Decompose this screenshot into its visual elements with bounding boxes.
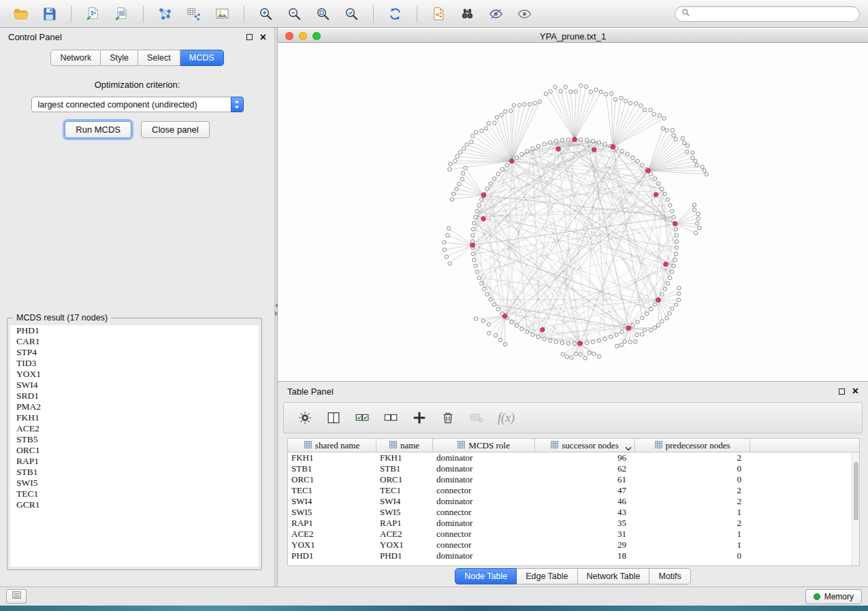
mcds-result-item[interactable]: TEC1 <box>10 489 259 499</box>
column-header-successor_nodes[interactable]: successor nodes <box>535 439 635 452</box>
mcds-result-item[interactable]: FKH1 <box>10 412 259 423</box>
mcds-result-item[interactable]: YOX1 <box>10 369 259 380</box>
close-panel-button[interactable]: Close panel <box>141 121 210 138</box>
table-row[interactable]: TEC1TEC1connector472 <box>288 485 859 496</box>
close-table-panel-icon[interactable]: × <box>852 386 858 397</box>
open-folder-button[interactable] <box>8 3 33 24</box>
refresh-button[interactable] <box>383 3 408 24</box>
network-from-table-icon <box>186 6 202 22</box>
zoom-in-button[interactable] <box>253 3 278 24</box>
mcds-result-item[interactable]: SWI4 <box>10 380 259 391</box>
table-row[interactable]: ORC1ORC1dominator610 <box>288 474 859 485</box>
mcds-result-title: MCDS result (17 nodes) <box>13 313 111 323</box>
search-input[interactable] <box>694 9 853 18</box>
mcds-result-item[interactable]: CAR1 <box>10 336 259 347</box>
tab-network-table[interactable]: Network Table <box>578 568 650 584</box>
export-document-icon <box>431 6 447 22</box>
column-header-shared_name[interactable]: shared name <box>288 439 376 452</box>
delete-row-button[interactable] <box>436 406 460 429</box>
new-network-button[interactable] <box>152 3 178 24</box>
settings-button[interactable] <box>293 406 317 429</box>
mcds-result-item[interactable]: SRD1 <box>10 391 259 401</box>
cell-name: PHD1 <box>376 550 433 561</box>
cell-mcds_role: dominator <box>433 518 535 529</box>
import-network-button[interactable] <box>80 3 106 24</box>
save-icon <box>42 6 57 22</box>
run-mcds-button[interactable]: Run MCDS <box>65 121 131 138</box>
table-row[interactable]: SWI5SWI5connector431 <box>288 507 859 518</box>
function-builder-button[interactable]: f(x) <box>498 411 515 425</box>
table-row[interactable]: STB1STB1dominator620 <box>288 463 859 474</box>
toolbar-separator <box>244 5 244 22</box>
network-from-table-button[interactable] <box>181 3 206 24</box>
style-preview-button[interactable] <box>483 3 509 24</box>
column-header-predecessor_nodes[interactable]: predecessor nodes <box>635 439 750 452</box>
tab-mcds[interactable]: MCDS <box>180 50 224 66</box>
mcds-result-item[interactable]: TID3 <box>10 358 259 369</box>
close-panel-icon[interactable]: × <box>260 32 266 43</box>
table-scrollbar-thumb[interactable] <box>854 462 858 521</box>
table-row[interactable]: RAP1RAP1dominator352 <box>288 518 859 529</box>
network-canvas[interactable] <box>278 43 868 381</box>
tab-select[interactable]: Select <box>138 50 180 66</box>
zoom-selected-button[interactable] <box>339 3 364 24</box>
table-row[interactable]: ACE2ACE2connector311 <box>288 529 859 540</box>
zoom-out-button[interactable] <box>282 3 307 24</box>
column-header-mcds_role[interactable]: MCDS role <box>433 439 535 452</box>
column-header-name[interactable]: name <box>376 439 433 452</box>
criterion-dropdown[interactable]: largest connected component (undirected) <box>31 97 244 112</box>
network-window-titlebar[interactable]: YPA_prune.txt_1 <box>278 29 868 43</box>
mcds-result-item[interactable]: STB5 <box>10 434 259 445</box>
table-row[interactable]: FKH1FKH1dominator962 <box>288 452 859 463</box>
unselect-all-button[interactable] <box>379 406 402 429</box>
tab-network[interactable]: Network <box>50 50 101 66</box>
mcds-result-item[interactable]: SWI5 <box>10 478 259 489</box>
mcds-result-item[interactable]: PHD1 <box>10 325 259 336</box>
mcds-result-item[interactable]: ORC1 <box>10 445 259 456</box>
clear-disabled-button[interactable] <box>465 406 488 429</box>
column-label: predecessor nodes <box>666 440 730 451</box>
float-table-panel-icon[interactable] <box>839 389 845 395</box>
mcds-result-item[interactable]: PMA2 <box>10 401 259 412</box>
mcds-result-item[interactable]: STP4 <box>10 347 259 358</box>
table-row[interactable]: PHD1PHD1dominator180 <box>288 550 859 561</box>
show-panels-button[interactable] <box>6 589 27 604</box>
memory-button[interactable]: Memory <box>805 589 862 604</box>
tab-node-table[interactable]: Node Table <box>455 568 517 584</box>
mcds-result-item[interactable]: GCR1 <box>10 499 259 510</box>
sort-chevron-icon[interactable] <box>625 443 632 454</box>
save-button[interactable] <box>37 3 62 24</box>
export-document-button[interactable] <box>426 3 451 24</box>
cell-shared_name: STB1 <box>288 463 376 474</box>
table-row[interactable]: YOX1YOX1connector291 <box>288 540 859 550</box>
mcds-result-list[interactable]: PHD1CAR1STP4TID3YOX1SWI4SRD1PMA2FKH1ACE2… <box>10 325 259 567</box>
zoom-fit-button[interactable] <box>310 3 336 24</box>
tab-edge-table[interactable]: Edge Table <box>517 568 577 584</box>
cell-name: SWI4 <box>376 496 433 507</box>
tab-style[interactable]: Style <box>101 50 138 66</box>
table-panel-title: Table Panel <box>287 386 334 397</box>
cell-predecessor_nodes: 2 <box>635 518 750 529</box>
tab-motifs[interactable]: Motifs <box>649 568 690 584</box>
cell-successor_nodes: 62 <box>535 463 635 474</box>
select-all-button[interactable] <box>351 406 374 429</box>
toolbar-separator <box>417 5 417 22</box>
list-icon <box>12 590 22 603</box>
cell-shared_name: FKH1 <box>288 452 376 463</box>
table-scrollbar[interactable] <box>852 452 859 565</box>
add-row-button[interactable] <box>408 406 431 429</box>
mcds-result-item[interactable]: RAP1 <box>10 456 259 467</box>
import-table-button[interactable] <box>109 3 134 24</box>
mcds-result-item[interactable]: ACE2 <box>10 423 259 434</box>
table-row[interactable]: SWI4SWI4dominator462 <box>288 496 859 507</box>
refresh-icon <box>387 6 403 22</box>
search-network-button[interactable] <box>455 3 480 24</box>
show-hide-button[interactable] <box>512 3 537 24</box>
mcds-result-box: MCDS result (17 nodes) PHD1CAR1STP4TID3Y… <box>7 318 262 570</box>
mcds-result-item[interactable]: STB1 <box>10 467 259 478</box>
control-panel-tabs: NetworkStyleSelectMCDS <box>0 50 274 66</box>
columns-button[interactable] <box>322 406 345 429</box>
float-panel-icon[interactable] <box>246 34 253 40</box>
network-image-icon <box>214 6 230 22</box>
network-image-button[interactable] <box>210 3 235 24</box>
